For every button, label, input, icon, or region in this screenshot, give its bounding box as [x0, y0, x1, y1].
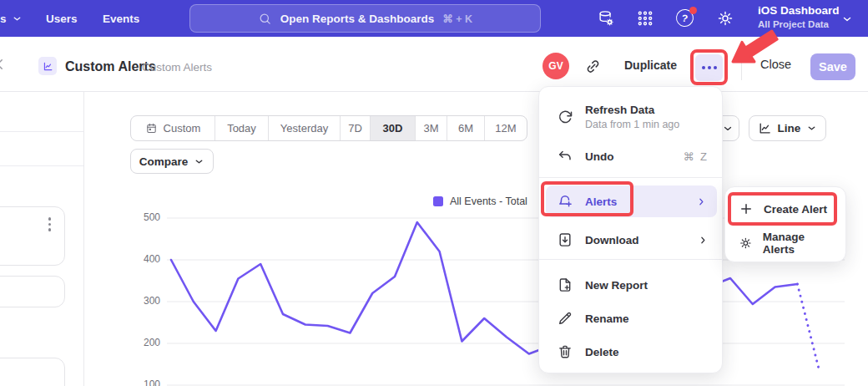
- menu-item-label: Delete: [585, 346, 619, 358]
- range-12m[interactable]: 12M: [485, 116, 527, 140]
- new-report-icon: [557, 277, 573, 293]
- menu-item-label: Alerts: [585, 196, 617, 208]
- nav-item-events[interactable]: Events: [103, 0, 139, 37]
- chevron-right-icon: [698, 235, 709, 246]
- project-scope: All Project Data: [758, 18, 840, 30]
- line-chart-icon: [758, 121, 772, 135]
- menu-item-label: Undo: [585, 150, 614, 163]
- gear-icon: [739, 236, 753, 251]
- more-options-button[interactable]: [695, 54, 723, 81]
- submenu-item-label: Manage Alerts: [763, 231, 834, 256]
- submenu-item-create-alert[interactable]: Create Alert: [725, 192, 845, 226]
- project-name: iOS Dashboard: [758, 4, 840, 18]
- project-switcher[interactable]: iOS Dashboard All Project Data: [758, 4, 840, 30]
- chevron-down-icon: [194, 156, 204, 167]
- apps-grid-icon[interactable]: [636, 9, 654, 28]
- range-6m[interactable]: 6M: [447, 116, 485, 140]
- submenu-item-manage-alerts[interactable]: Manage Alerts: [725, 226, 845, 260]
- duplicate-button[interactable]: Duplicate: [624, 58, 677, 72]
- header-divider: [741, 54, 742, 80]
- avatar[interactable]: GV: [542, 53, 569, 79]
- search-icon: [258, 12, 272, 26]
- sidebar-divider: [0, 131, 83, 132]
- nav-item-users[interactable]: Users: [46, 0, 78, 37]
- menu-item-label: New Report: [585, 279, 648, 292]
- close-button[interactable]: Close: [760, 58, 791, 71]
- compare-button[interactable]: Compare: [130, 149, 214, 174]
- sidebar-divider: [0, 165, 83, 166]
- menu-item-new-report[interactable]: New Report: [539, 269, 722, 301]
- menu-divider: [539, 177, 722, 178]
- nav-item-partial[interactable]: s: [0, 0, 23, 37]
- save-button[interactable]: Save: [810, 53, 855, 80]
- legend-item[interactable]: All Events - Total: [433, 196, 527, 207]
- bell-plus-icon: [557, 193, 573, 210]
- plus-icon: [739, 201, 754, 216]
- more-options-menu: Refresh Data Data from 1 min ago Undo ⌘ …: [538, 86, 723, 373]
- y-tick-label: 200: [125, 337, 160, 348]
- chevron-right-icon: [696, 196, 707, 207]
- menu-item-delete[interactable]: Delete: [539, 336, 722, 368]
- search-label: Open Reports & Dashboards: [280, 13, 435, 25]
- chevron-down-icon: [722, 123, 734, 135]
- kebab-menu-icon[interactable]: [48, 217, 52, 231]
- chevron-down-icon: [12, 13, 23, 24]
- help-button[interactable]: ?: [676, 8, 695, 28]
- menu-item-undo[interactable]: Undo ⌘ Z: [539, 140, 722, 172]
- breadcrumb: Custom Alerts: [142, 61, 212, 74]
- sidebar: [0, 92, 84, 386]
- menu-divider: [539, 259, 722, 260]
- global-search[interactable]: Open Reports & Dashboards ⌘ + K: [189, 4, 541, 33]
- menu-item-download[interactable]: Download: [539, 224, 722, 256]
- refresh-icon: [557, 109, 573, 125]
- menu-item-label: Refresh Data: [585, 104, 679, 116]
- list-item[interactable]: [0, 276, 65, 307]
- search-shortcut: ⌘ + K: [442, 13, 472, 25]
- back-chevron-icon: [0, 57, 8, 72]
- page-header: Custom Alerts Custom Alerts GV Duplicate…: [0, 37, 868, 92]
- submenu-item-label: Create Alert: [764, 203, 827, 216]
- top-nav: s Users Events Open Reports & Dashboards…: [0, 0, 868, 37]
- y-tick-label: 500: [125, 211, 160, 223]
- notification-dot: [689, 7, 697, 14]
- range-today[interactable]: Today: [215, 116, 269, 140]
- nav-item-label: Events: [103, 13, 139, 25]
- date-range-selector: Custom Today Yesterday 7D 30D 3M 6M 12M: [130, 115, 527, 141]
- y-tick-label: 100: [125, 378, 160, 386]
- trash-icon: [557, 343, 573, 360]
- chart-type-button[interactable]: Line: [749, 115, 826, 141]
- menu-item-rename[interactable]: Rename: [539, 302, 722, 334]
- menu-item-label: Download: [585, 234, 639, 246]
- list-item[interactable]: [0, 206, 65, 266]
- calendar-icon: [145, 122, 158, 135]
- nav-item-partial-label: s: [0, 13, 7, 25]
- menu-item-shortcut: ⌘ Z: [683, 150, 709, 163]
- screen: s Users Events Open Reports & Dashboards…: [0, 0, 868, 386]
- range-30d-selected[interactable]: 30D: [371, 116, 416, 140]
- chevron-down-icon: [806, 123, 817, 134]
- pencil-icon: [557, 310, 573, 327]
- chart-line-dotted: [797, 284, 820, 373]
- y-tick-label: 400: [125, 253, 160, 265]
- menu-item-alerts[interactable]: Alerts: [546, 185, 717, 217]
- legend-swatch: [433, 196, 443, 206]
- menu-item-sublabel: Data from 1 min ago: [585, 119, 679, 130]
- download-icon: [557, 231, 573, 248]
- range-yesterday[interactable]: Yesterday: [269, 116, 341, 140]
- data-management-icon[interactable]: [597, 9, 615, 28]
- report-icon: [38, 57, 57, 75]
- undo-icon: [557, 148, 573, 165]
- menu-item-label: Rename: [585, 312, 629, 325]
- nav-item-label: Users: [46, 13, 78, 25]
- list-item[interactable]: [0, 358, 65, 386]
- y-tick-label: 300: [125, 295, 160, 307]
- legend-label: All Events - Total: [450, 196, 527, 207]
- range-7d[interactable]: 7D: [341, 116, 371, 140]
- settings-gear-icon[interactable]: [716, 9, 734, 28]
- menu-item-refresh-data[interactable]: Refresh Data Data from 1 min ago: [539, 97, 722, 137]
- range-3m[interactable]: 3M: [416, 116, 447, 140]
- share-link-icon[interactable]: [584, 58, 602, 75]
- alerts-submenu: Create Alert Manage Alerts: [724, 186, 846, 262]
- chevron-down-icon[interactable]: [841, 13, 853, 25]
- range-custom[interactable]: Custom: [131, 116, 215, 140]
